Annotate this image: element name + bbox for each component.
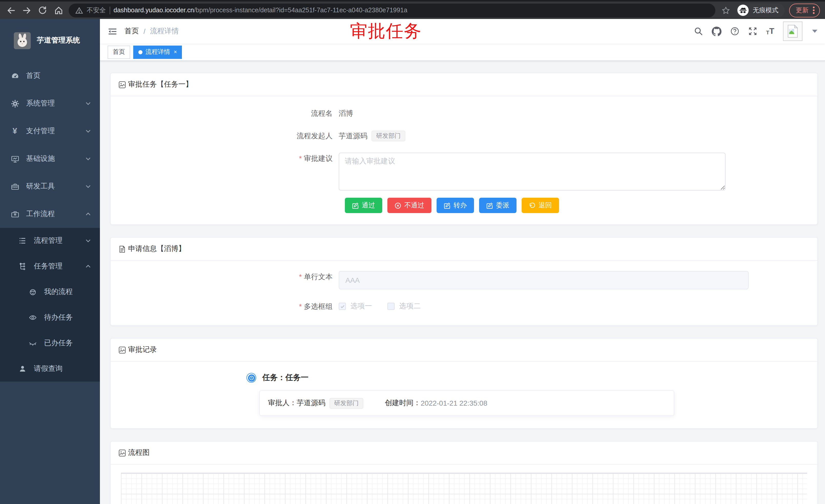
checkbox-checked-icon: [339, 303, 346, 310]
forward-icon[interactable]: [21, 5, 32, 16]
tab-home[interactable]: 首页: [107, 45, 130, 59]
sidebar: 芋道管理系统 首页 系统管理 ¥ 支付管理: [0, 19, 100, 504]
page-content: 审批任务【任务一】 流程名 滔博 流程发起人 芋道源码: [100, 61, 825, 504]
suggestion-textarea[interactable]: [339, 153, 726, 190]
document-icon: [119, 245, 126, 253]
dept-tag: 研发部门: [329, 398, 363, 409]
incognito-badge: 无痕模式: [736, 3, 784, 17]
sidebar-item-leave-query[interactable]: 请假查询: [0, 356, 100, 382]
chevron-down-icon: [85, 128, 91, 134]
sidebar-item-my-process[interactable]: 我的流程: [0, 279, 100, 305]
tab-label: 首页: [113, 48, 125, 56]
close-tab-icon[interactable]: ×: [174, 49, 177, 55]
yen-icon: ¥: [10, 127, 19, 136]
checkbox-label: 选项一: [351, 302, 372, 311]
help-icon[interactable]: [730, 27, 739, 36]
created-time-label: 创建时间：: [385, 399, 421, 408]
image-placeholder-icon: [119, 81, 126, 88]
browser-menu-icon[interactable]: [811, 6, 817, 14]
app-logo-row[interactable]: 芋道管理系统: [0, 19, 100, 62]
dept-tag: 研发部门: [372, 131, 405, 141]
process-starter-value: 芋道源码: [339, 130, 367, 141]
tags-view-bar: 首页 流程详情 ×: [100, 44, 825, 61]
sidebar-item-done-tasks[interactable]: 已办任务: [0, 330, 100, 356]
workflow-submenu: 流程管理 任务管理 我的流程: [0, 228, 100, 382]
home-icon[interactable]: [53, 5, 64, 16]
breadcrumb-home[interactable]: 首页: [125, 27, 139, 36]
suggestion-label: *审批建议: [262, 153, 339, 190]
sidebar-item-label: 请假查询: [34, 364, 63, 373]
single-text-input: [339, 271, 749, 289]
required-asterisk: *: [299, 154, 302, 162]
sidebar-item-todo-tasks[interactable]: 待办任务: [0, 305, 100, 330]
sidebar-item-label: 支付管理: [26, 127, 55, 136]
transfer-button[interactable]: 转办: [437, 198, 474, 213]
security-label[interactable]: 不安全: [87, 6, 106, 15]
sidebar-item-payment[interactable]: ¥ 支付管理: [0, 117, 100, 145]
checkbox-group: 选项一 选项二: [339, 301, 421, 312]
checkbox-label: 选项二: [399, 302, 421, 311]
briefcase-icon: [10, 210, 19, 219]
approve-button[interactable]: 通过: [345, 198, 382, 213]
chevron-down-icon: [85, 238, 91, 244]
breadcrumb-current: 流程详情: [150, 27, 179, 36]
url-bar[interactable]: 不安全 dashboard.yudao.iocoder.cn/bpm/proce…: [69, 3, 715, 17]
not-secure-warning-icon: [75, 6, 83, 14]
avatar-dropdown-caret-icon[interactable]: [812, 30, 817, 33]
process-name-label: 流程名: [262, 107, 339, 119]
screen: 不安全 dashboard.yudao.iocoder.cn/bpm/proce…: [0, 0, 825, 504]
sidebar-item-system[interactable]: 系统管理: [0, 90, 100, 117]
sidebar-item-label: 工作流程: [26, 209, 55, 219]
reject-button[interactable]: 不通过: [387, 198, 432, 213]
bookmark-star-icon[interactable]: [720, 5, 731, 16]
return-button[interactable]: 退回: [522, 198, 559, 213]
approval-task-card: 审批任务【任务一】 流程名 滔博 流程发起人 芋道源码: [110, 73, 818, 225]
robot-face-icon: [28, 288, 38, 296]
list-tree-icon: [18, 237, 27, 245]
button-label: 转办: [453, 201, 467, 210]
clock-icon: [246, 373, 256, 383]
browser-update-button[interactable]: 更新: [789, 3, 820, 17]
font-size-icon[interactable]: TT: [766, 27, 774, 35]
sidebar-item-label: 任务管理: [34, 262, 63, 271]
url-text[interactable]: dashboard.yudao.iocoder.cn/bpm/process-i…: [114, 7, 407, 14]
approver-label: 审批人：: [268, 399, 297, 408]
back-icon[interactable]: [5, 5, 16, 16]
chevron-down-icon: [85, 156, 91, 162]
card-title: 申请信息【滔博】: [128, 244, 185, 254]
created-time-value: 2022-01-21 22:35:08: [421, 399, 487, 407]
chevron-down-icon: [85, 100, 91, 106]
chevron-down-icon: [85, 183, 91, 189]
reload-icon[interactable]: [37, 5, 48, 16]
button-label: 退回: [538, 201, 552, 210]
sidebar-item-task-management[interactable]: 任务管理: [0, 254, 100, 279]
sidebar-item-infra[interactable]: 基础设施: [0, 145, 100, 173]
github-icon[interactable]: [712, 26, 722, 36]
required-asterisk: *: [299, 272, 302, 281]
image-placeholder-icon: [119, 449, 126, 456]
chevron-up-icon: [85, 211, 91, 217]
sidebar-item-devtools[interactable]: 研发工具: [0, 173, 100, 200]
bpmn-diagram-canvas[interactable]: [121, 473, 807, 504]
process-diagram-card: 流程图: [110, 441, 818, 504]
collapse-sidebar-icon[interactable]: [107, 26, 117, 36]
toolbox-icon: [10, 182, 19, 191]
incognito-label: 无痕模式: [753, 6, 778, 15]
search-icon[interactable]: [694, 27, 703, 36]
sidebar-item-process-management[interactable]: 流程管理: [0, 228, 100, 254]
sidebar-item-home[interactable]: 首页: [0, 62, 100, 90]
tab-process-detail[interactable]: 流程详情 ×: [133, 45, 182, 59]
eye-closed-icon: [28, 339, 38, 347]
delegate-button[interactable]: 委派: [479, 198, 517, 213]
breadcrumb-separator: /: [144, 27, 146, 35]
sidebar-item-workflow[interactable]: 工作流程: [0, 200, 100, 228]
record-task-title: 任务：任务一: [262, 373, 308, 383]
avatar[interactable]: [783, 21, 803, 41]
gear-icon: [10, 99, 19, 108]
fullscreen-icon[interactable]: [748, 27, 757, 36]
omnibox-divider: [109, 6, 110, 14]
button-label: 委派: [496, 201, 509, 210]
button-label: 不通过: [404, 201, 424, 210]
eye-open-icon: [28, 314, 38, 322]
single-text-label: *单行文本: [262, 271, 339, 289]
